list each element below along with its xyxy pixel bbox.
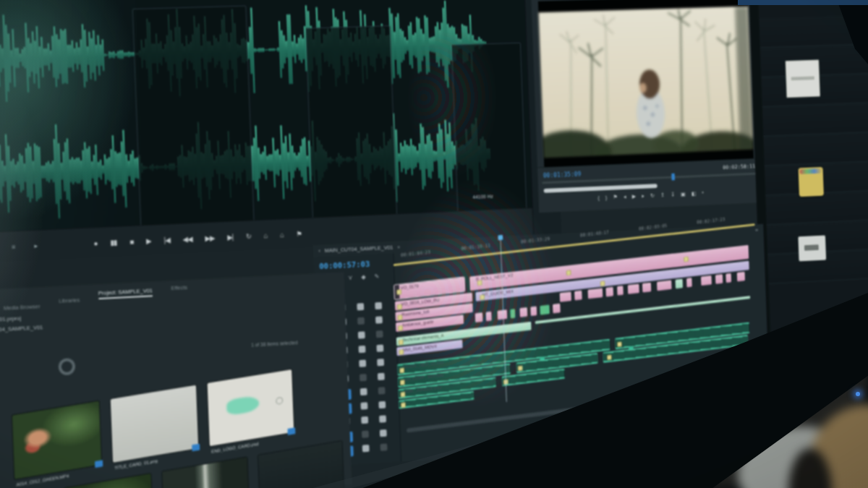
list-row[interactable] (763, 130, 868, 166)
timeline-clip[interactable] (587, 288, 603, 299)
track-toggle-button[interactable] (361, 416, 368, 424)
track-toggle-button[interactable] (378, 401, 386, 408)
fast-forward-icon[interactable]: ▶▶ (205, 234, 215, 242)
project-tab-libraries[interactable]: Libraries (59, 296, 80, 307)
audio-clip-box[interactable] (305, 25, 397, 218)
scrubber-playhead[interactable] (672, 174, 676, 181)
track-toggle-button[interactable] (358, 331, 365, 338)
timeline-clip[interactable] (642, 283, 651, 293)
go-to-start-icon[interactable]: |◀ (163, 236, 170, 244)
timeline-clip[interactable] (701, 275, 712, 286)
timeline-clip[interactable] (617, 286, 624, 295)
record-icon[interactable]: ● (93, 239, 97, 247)
export-frame-icon[interactable]: ▣ (681, 191, 686, 197)
program-duration: 00:02:58:11 (723, 163, 755, 170)
zoom-slider-knob[interactable] (61, 361, 73, 372)
timeline-clip[interactable] (726, 273, 732, 283)
compare-icon[interactable]: ◧ (692, 190, 697, 197)
mark-out-icon[interactable]: } (605, 194, 608, 201)
track-toggle-button[interactable] (362, 430, 369, 437)
linked-selection-icon[interactable]: ⋎ (346, 273, 354, 281)
track-toggle-button[interactable] (359, 374, 367, 381)
extract-icon[interactable]: ↧ (671, 192, 675, 198)
timeline-timecode[interactable]: 00:00:57:03 (319, 258, 393, 271)
step-back-icon[interactable]: ◂ (624, 194, 626, 200)
mark-in-icon[interactable]: { (597, 194, 600, 201)
project-tab-media-browser[interactable]: Media Browser (4, 303, 41, 314)
add-marker-icon[interactable]: ⚑ (296, 230, 302, 238)
monitor-power-led (856, 392, 860, 396)
zoom-scrollbar[interactable] (544, 184, 658, 193)
stop-icon[interactable]: ■ (129, 237, 133, 245)
play-icon[interactable]: ▶ (632, 193, 637, 200)
program-monitor-panel: Program: MAIN_CUT04_SAMPLE_V01 ≡ (531, 0, 762, 213)
timeline-clip[interactable] (736, 272, 744, 282)
panel-menu-icon[interactable]: ≡ (12, 243, 16, 250)
track-toggle-button[interactable] (377, 359, 384, 366)
project-tab-effects[interactable]: Effects (171, 284, 187, 294)
play-icon[interactable]: ▶ (146, 236, 151, 244)
track-toggle-button[interactable] (357, 317, 365, 325)
track-toggle-button[interactable] (357, 303, 364, 310)
media-thumbnail[interactable]: TITLE_CARD_01.png (111, 385, 199, 463)
timeline-clip[interactable] (628, 284, 639, 294)
track-toggle-button[interactable] (378, 387, 386, 394)
media-thumbnail[interactable] (162, 457, 250, 488)
lift-icon[interactable]: ↥ (660, 192, 665, 198)
back-chevron-icon[interactable]: ‹ (318, 247, 320, 254)
track-toggle-button[interactable] (380, 443, 388, 450)
timeline-clip[interactable] (686, 278, 692, 287)
usage-badge (287, 427, 295, 435)
track-toggle-button[interactable] (375, 316, 383, 323)
waveform-bar (267, 49, 268, 51)
track-toggle-button[interactable] (379, 415, 386, 422)
pause-icon[interactable]: ▮▮ (110, 238, 116, 246)
timeline-tab[interactable]: MAIN_CUT04_SAMPLE_V01 (325, 244, 393, 254)
loop-icon[interactable]: ↻ (650, 192, 655, 199)
step-forward-icon[interactable]: ▸ (642, 193, 644, 200)
media-thumbnail[interactable]: END_LOGO_CARD.psd (208, 369, 294, 446)
track-toggle-button[interactable] (361, 402, 368, 409)
track-toggle-button[interactable] (378, 373, 385, 380)
marker-icon[interactable]: ◆ (359, 273, 368, 281)
track-toggle-button[interactable] (359, 346, 366, 353)
settings-icon[interactable]: * (702, 190, 704, 197)
mini-play-icon[interactable]: ▸ (34, 242, 38, 249)
timeline-clip[interactable] (560, 292, 571, 302)
track-toggle-button[interactable] (360, 388, 367, 395)
ruler-timecode-label: 00:02:17:23 (697, 217, 725, 226)
media-thumbnail[interactable] (258, 441, 344, 488)
timeline-clip[interactable] (715, 274, 723, 284)
waveform-bar (265, 49, 266, 51)
track-toggle-button[interactable] (359, 360, 366, 367)
list-row[interactable] (762, 101, 868, 137)
timeline-clip[interactable] (606, 287, 614, 297)
sticky-note-icon[interactable] (799, 167, 824, 197)
timeline-clip[interactable] (575, 291, 583, 301)
track-toggle-button[interactable] (362, 445, 370, 452)
go-to-end-icon[interactable]: ▶| (227, 233, 234, 241)
track-toggle-button[interactable] (375, 302, 382, 309)
fx-badge-icon (607, 355, 612, 361)
add-marker-icon[interactable]: ⚑ (613, 194, 618, 200)
audio-clip-box[interactable] (132, 6, 255, 227)
track-toggle-button[interactable] (376, 330, 383, 338)
ruler-timecode-label: 00:02:03:05 (639, 223, 668, 231)
audio-transport-controls: ●▮▮■▶|◀◀◀▶▶▶|↻⌂⌂⚑ (87, 229, 308, 247)
timeline-clip[interactable] (676, 279, 683, 289)
waveform-bar (256, 48, 258, 51)
loop-icon[interactable]: ↻ (246, 232, 252, 240)
program-video-area[interactable] (538, 0, 754, 168)
card-text-smudge (804, 244, 819, 251)
skip-forward-icon[interactable]: ⌂ (280, 231, 284, 239)
media-thumbnail[interactable]: A014_C012_GREEN.MP4 (12, 401, 101, 479)
clip-thumbnail-card[interactable] (786, 59, 820, 98)
project-tab-project-sample-v-[interactable]: Project: SAMPLE_V01 (98, 287, 153, 299)
rewind-icon[interactable]: ◀◀ (182, 235, 192, 244)
pen-icon[interactable]: ✎ (373, 272, 381, 280)
label-card[interactable] (798, 236, 826, 262)
track-toggle-button[interactable] (380, 429, 387, 437)
skip-back-icon[interactable]: ⌂ (263, 231, 267, 239)
timeline-clip[interactable] (657, 280, 672, 291)
track-toggle-button[interactable] (376, 345, 383, 352)
